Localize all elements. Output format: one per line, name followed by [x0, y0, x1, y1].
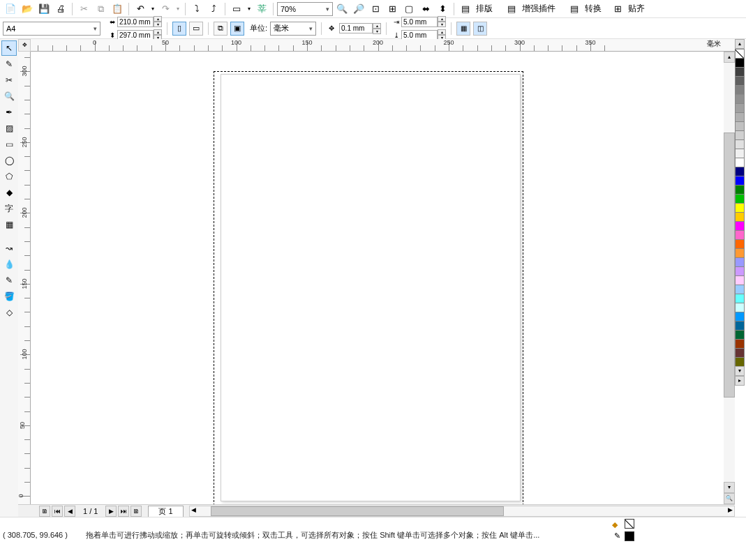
- ruler-origin-button[interactable]: ✥: [18, 39, 31, 52]
- smart-fill-tool[interactable]: ▨: [1, 121, 17, 136]
- print-button[interactable]: 🖨: [53, 1, 68, 17]
- color-swatch[interactable]: [735, 212, 745, 222]
- zoom-to-all-button[interactable]: ⊞: [385, 1, 400, 17]
- undo-button[interactable]: ↶: [133, 1, 148, 17]
- save-button[interactable]: 💾: [36, 1, 52, 17]
- redo-dropdown[interactable]: ▾: [174, 1, 181, 17]
- last-page-button[interactable]: ⏭: [118, 506, 129, 517]
- outline-pen-icon[interactable]: ✎: [614, 531, 620, 541]
- color-swatch[interactable]: [735, 275, 745, 285]
- page-size-combo[interactable]: A4 ▾: [3, 22, 100, 36]
- zoom-to-width-button[interactable]: ⬌: [418, 1, 433, 17]
- outline-tool[interactable]: ✎: [1, 273, 17, 288]
- zoom-out-button[interactable]: 🔎: [351, 1, 366, 17]
- color-swatch[interactable]: [735, 149, 745, 158]
- color-swatch[interactable]: [735, 139, 745, 149]
- drawing-canvas[interactable]: [31, 52, 724, 504]
- basic-shapes-tool[interactable]: ◆: [1, 185, 17, 200]
- snap-button[interactable]: 贴齐: [627, 3, 646, 15]
- snap-icon[interactable]: ⊞: [610, 1, 625, 17]
- nudge-spinner[interactable]: ▴▾: [339, 22, 381, 35]
- spin-down[interactable]: ▾: [373, 29, 381, 34]
- scroll-left-button[interactable]: ◀: [191, 506, 196, 513]
- vscroll-track[interactable]: [724, 63, 735, 482]
- welcome-screen-button[interactable]: 莘: [254, 1, 269, 17]
- cut-button[interactable]: ✂: [76, 1, 91, 17]
- rectangle-tool[interactable]: ▭: [1, 137, 17, 152]
- layout-button[interactable]: 排版: [475, 3, 494, 15]
- app-launcher-button[interactable]: ▭: [229, 1, 244, 17]
- paste-button[interactable]: 📋: [110, 1, 125, 17]
- color-swatch[interactable]: [735, 121, 745, 131]
- color-swatch[interactable]: [735, 339, 745, 349]
- color-swatch[interactable]: [735, 357, 745, 367]
- color-swatch[interactable]: [735, 239, 745, 249]
- interactive-fill-tool[interactable]: ◇: [1, 305, 17, 320]
- zoom-tool[interactable]: 🔍: [1, 89, 17, 104]
- freehand-tool[interactable]: ✒: [1, 105, 17, 120]
- color-swatch[interactable]: [735, 194, 745, 204]
- ellipse-tool[interactable]: ◯: [1, 153, 17, 168]
- color-swatch[interactable]: [735, 176, 745, 186]
- snap-to-objects-button[interactable]: ◫: [473, 22, 487, 36]
- color-swatch[interactable]: [735, 203, 745, 213]
- color-swatch[interactable]: [735, 85, 745, 95]
- vertical-ruler[interactable]: 300250200150100500: [18, 52, 31, 504]
- hscroll-thumb[interactable]: [211, 506, 504, 516]
- import-button[interactable]: ⤵: [189, 1, 204, 17]
- spin-up[interactable]: ▴: [438, 29, 446, 35]
- nudge-input[interactable]: [339, 23, 373, 33]
- color-swatch[interactable]: [735, 94, 745, 104]
- palette-scroll-up[interactable]: ▴: [735, 39, 745, 49]
- zoom-to-height-button[interactable]: ⬍: [435, 1, 450, 17]
- redo-button[interactable]: ↷: [158, 1, 173, 17]
- color-swatch[interactable]: [735, 285, 745, 294]
- color-swatch[interactable]: [735, 266, 745, 276]
- portrait-button[interactable]: ▯: [172, 22, 186, 36]
- color-swatch[interactable]: [735, 221, 745, 231]
- shape-tool[interactable]: ✎: [1, 56, 17, 72]
- color-swatch[interactable]: [735, 312, 745, 321]
- enhance-plugins-button[interactable]: 增强插件: [521, 3, 557, 15]
- color-swatch[interactable]: [735, 321, 745, 331]
- color-swatch[interactable]: [735, 167, 745, 176]
- copy-button[interactable]: ⧉: [93, 1, 108, 17]
- spin-down[interactable]: ▾: [154, 22, 162, 27]
- fill-color-swatch[interactable]: [625, 531, 634, 541]
- outline-none-indicator[interactable]: [625, 519, 634, 529]
- interactive-blend-tool[interactable]: ↝: [1, 241, 17, 256]
- open-button[interactable]: 📂: [20, 1, 35, 17]
- scroll-right-button[interactable]: ▶: [728, 506, 733, 513]
- first-page-button[interactable]: ⏮: [52, 506, 63, 517]
- app-launcher-dropdown[interactable]: ▾: [246, 1, 253, 17]
- eyedropper-tool[interactable]: 💧: [1, 257, 17, 272]
- next-page-button[interactable]: ▶: [105, 506, 117, 517]
- color-swatch[interactable]: [735, 67, 745, 77]
- zoom-in-button[interactable]: 🔍: [334, 1, 350, 17]
- convert-icon[interactable]: ▤: [567, 1, 582, 17]
- add-page-after-button[interactable]: 🗎: [130, 506, 142, 517]
- undo-dropdown[interactable]: ▾: [149, 1, 156, 17]
- spin-up[interactable]: ▴: [154, 16, 162, 22]
- dup-x-input[interactable]: [401, 17, 438, 27]
- fill-tool[interactable]: 🪣: [1, 289, 17, 304]
- pick-tool[interactable]: ↖: [1, 40, 17, 56]
- spin-up[interactable]: ▴: [438, 16, 446, 22]
- horizontal-scrollbar[interactable]: ◀ ▶: [189, 506, 735, 517]
- spin-down[interactable]: ▾: [438, 22, 446, 27]
- table-tool[interactable]: ▦: [1, 217, 17, 232]
- treat-as-filled-button[interactable]: ▦: [456, 22, 470, 36]
- scroll-down-button[interactable]: ▾: [724, 482, 735, 493]
- zoom-to-page-button[interactable]: ▢: [401, 1, 417, 17]
- page-tab-1[interactable]: 页 1: [148, 506, 183, 517]
- add-page-button[interactable]: 🗎: [39, 506, 50, 517]
- color-swatch[interactable]: [735, 257, 745, 267]
- new-button[interactable]: 📄: [3, 1, 18, 17]
- color-swatch[interactable]: [735, 112, 745, 122]
- text-tool[interactable]: 字: [1, 201, 17, 216]
- horizontal-ruler[interactable]: -50050100150200250300350: [31, 39, 735, 52]
- zoom-combo[interactable]: 70% ▾: [277, 2, 333, 16]
- vertical-scrollbar[interactable]: ▴ ▾ 🔍: [724, 52, 735, 504]
- zoom-to-selection-button[interactable]: ⊡: [368, 1, 383, 17]
- crop-tool[interactable]: ✂: [1, 73, 17, 88]
